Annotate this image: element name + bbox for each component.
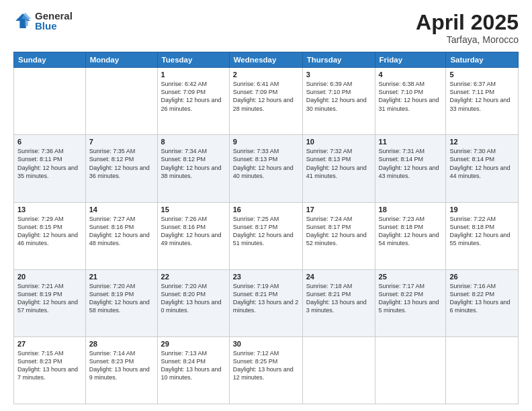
day-info: Sunrise: 7:29 AM Sunset: 8:15 PM Dayligh…	[17, 215, 82, 248]
calendar-cell-w4-d7: 26Sunrise: 7:16 AM Sunset: 8:22 PM Dayli…	[446, 269, 519, 336]
header-tuesday: Tuesday	[157, 52, 229, 68]
day-number: 21	[89, 273, 154, 281]
day-info: Sunrise: 7:21 AM Sunset: 8:19 PM Dayligh…	[17, 282, 82, 315]
day-info: Sunrise: 7:14 AM Sunset: 8:23 PM Dayligh…	[89, 349, 154, 382]
calendar-cell-w4-d2: 21Sunrise: 7:20 AM Sunset: 8:19 PM Dayli…	[85, 269, 157, 336]
day-number: 22	[161, 273, 226, 281]
calendar-cell-w5-d4: 30Sunrise: 7:12 AM Sunset: 8:25 PM Dayli…	[229, 336, 302, 404]
calendar-cell-w2-d2: 7Sunrise: 7:35 AM Sunset: 8:12 PM Daylig…	[85, 135, 157, 202]
day-info: Sunrise: 7:18 AM Sunset: 8:21 PM Dayligh…	[306, 282, 371, 315]
calendar-cell-w1-d6: 4Sunrise: 6:38 AM Sunset: 7:10 PM Daylig…	[375, 68, 446, 135]
calendar-cell-w3-d6: 18Sunrise: 7:23 AM Sunset: 8:18 PM Dayli…	[375, 202, 446, 269]
calendar-cell-w1-d5: 3Sunrise: 6:39 AM Sunset: 7:10 PM Daylig…	[302, 68, 375, 135]
calendar-location: Tarfaya, Morocco	[416, 34, 519, 45]
day-number: 6	[17, 138, 82, 146]
day-number: 30	[233, 340, 299, 348]
calendar-cell-w2-d3: 8Sunrise: 7:34 AM Sunset: 8:12 PM Daylig…	[157, 135, 229, 202]
calendar-cell-w1-d7: 5Sunrise: 6:37 AM Sunset: 7:11 PM Daylig…	[446, 68, 519, 135]
calendar-cell-w5-d6	[375, 336, 446, 404]
header-wednesday: Wednesday	[229, 52, 302, 68]
calendar-cell-w5-d2: 28Sunrise: 7:14 AM Sunset: 8:23 PM Dayli…	[85, 336, 157, 404]
day-info: Sunrise: 7:17 AM Sunset: 8:22 PM Dayligh…	[379, 282, 443, 315]
day-number: 2	[233, 71, 299, 79]
calendar-cell-w5-d1: 27Sunrise: 7:15 AM Sunset: 8:23 PM Dayli…	[14, 336, 86, 404]
day-number: 25	[379, 273, 443, 281]
day-number: 28	[89, 340, 154, 348]
calendar-cell-w5-d3: 29Sunrise: 7:13 AM Sunset: 8:24 PM Dayli…	[157, 336, 229, 404]
calendar-cell-w3-d3: 15Sunrise: 7:26 AM Sunset: 8:16 PM Dayli…	[157, 202, 229, 269]
calendar-table: Sunday Monday Tuesday Wednesday Thursday…	[13, 52, 519, 404]
day-number: 14	[89, 205, 154, 214]
title-block: April 2025 Tarfaya, Morocco	[416, 11, 519, 45]
day-number: 20	[17, 273, 82, 281]
calendar-cell-w3-d2: 14Sunrise: 7:27 AM Sunset: 8:16 PM Dayli…	[85, 202, 157, 269]
logo-text: General Blue	[35, 11, 73, 31]
day-number: 15	[161, 205, 226, 214]
calendar-cell-w2-d4: 9Sunrise: 7:33 AM Sunset: 8:13 PM Daylig…	[229, 135, 302, 202]
day-info: Sunrise: 7:35 AM Sunset: 8:12 PM Dayligh…	[89, 147, 154, 180]
calendar-cell-w1-d4: 2Sunrise: 6:41 AM Sunset: 7:09 PM Daylig…	[229, 68, 302, 135]
day-number: 5	[449, 71, 515, 79]
logo-icon	[13, 11, 32, 30]
calendar-week-1: 1Sunrise: 6:42 AM Sunset: 7:09 PM Daylig…	[14, 68, 519, 135]
day-number: 13	[17, 205, 82, 214]
calendar-week-4: 20Sunrise: 7:21 AM Sunset: 8:19 PM Dayli…	[14, 269, 519, 336]
day-info: Sunrise: 7:30 AM Sunset: 8:14 PM Dayligh…	[449, 147, 515, 180]
day-info: Sunrise: 7:31 AM Sunset: 8:14 PM Dayligh…	[379, 147, 443, 180]
day-number: 24	[306, 273, 371, 281]
day-info: Sunrise: 6:41 AM Sunset: 7:09 PM Dayligh…	[233, 80, 299, 113]
calendar-cell-w3-d4: 16Sunrise: 7:25 AM Sunset: 8:17 PM Dayli…	[229, 202, 302, 269]
day-info: Sunrise: 7:16 AM Sunset: 8:22 PM Dayligh…	[449, 282, 515, 315]
day-number: 29	[161, 340, 226, 348]
header-sunday: Sunday	[14, 52, 86, 68]
day-info: Sunrise: 7:19 AM Sunset: 8:21 PM Dayligh…	[233, 282, 299, 315]
calendar-cell-w1-d3: 1Sunrise: 6:42 AM Sunset: 7:09 PM Daylig…	[157, 68, 229, 135]
day-number: 19	[449, 205, 515, 214]
day-number: 23	[233, 273, 299, 281]
page: General Blue April 2025 Tarfaya, Morocco…	[0, 0, 532, 411]
calendar-cell-w1-d2	[85, 68, 157, 135]
day-info: Sunrise: 7:26 AM Sunset: 8:16 PM Dayligh…	[161, 215, 226, 248]
day-number: 12	[449, 138, 515, 146]
day-info: Sunrise: 7:34 AM Sunset: 8:12 PM Dayligh…	[161, 147, 226, 180]
day-info: Sunrise: 7:32 AM Sunset: 8:13 PM Dayligh…	[306, 147, 371, 180]
day-number: 27	[17, 340, 82, 348]
calendar-cell-w3-d5: 17Sunrise: 7:24 AM Sunset: 8:17 PM Dayli…	[302, 202, 375, 269]
calendar-cell-w3-d1: 13Sunrise: 7:29 AM Sunset: 8:15 PM Dayli…	[14, 202, 86, 269]
day-info: Sunrise: 7:23 AM Sunset: 8:18 PM Dayligh…	[379, 215, 443, 248]
day-number: 18	[379, 205, 443, 214]
day-info: Sunrise: 7:22 AM Sunset: 8:18 PM Dayligh…	[449, 215, 515, 248]
day-number: 9	[233, 138, 299, 146]
day-info: Sunrise: 6:37 AM Sunset: 7:11 PM Dayligh…	[449, 80, 515, 113]
day-info: Sunrise: 6:39 AM Sunset: 7:10 PM Dayligh…	[306, 80, 371, 113]
calendar-title: April 2025	[416, 11, 519, 34]
calendar-cell-w5-d5	[302, 336, 375, 404]
day-info: Sunrise: 7:12 AM Sunset: 8:25 PM Dayligh…	[233, 349, 299, 382]
day-number: 11	[379, 138, 443, 146]
day-info: Sunrise: 7:13 AM Sunset: 8:24 PM Dayligh…	[161, 349, 226, 382]
logo: General Blue	[13, 11, 73, 31]
day-number: 16	[233, 205, 299, 214]
day-number: 10	[306, 138, 371, 146]
calendar-cell-w2-d5: 10Sunrise: 7:32 AM Sunset: 8:13 PM Dayli…	[302, 135, 375, 202]
day-number: 7	[89, 138, 154, 146]
logo-blue-text: Blue	[35, 21, 73, 31]
calendar-cell-w4-d5: 24Sunrise: 7:18 AM Sunset: 8:21 PM Dayli…	[302, 269, 375, 336]
day-number: 8	[161, 138, 226, 146]
day-info: Sunrise: 7:36 AM Sunset: 8:11 PM Dayligh…	[17, 147, 82, 180]
calendar-week-3: 13Sunrise: 7:29 AM Sunset: 8:15 PM Dayli…	[14, 202, 519, 269]
calendar-header-row: Sunday Monday Tuesday Wednesday Thursday…	[14, 52, 519, 68]
calendar-cell-w2-d6: 11Sunrise: 7:31 AM Sunset: 8:14 PM Dayli…	[375, 135, 446, 202]
header-monday: Monday	[85, 52, 157, 68]
day-number: 1	[161, 71, 226, 79]
day-info: Sunrise: 6:38 AM Sunset: 7:10 PM Dayligh…	[379, 80, 443, 113]
day-info: Sunrise: 7:20 AM Sunset: 8:20 PM Dayligh…	[161, 282, 226, 315]
day-number: 4	[379, 71, 443, 79]
logo-general-text: General	[35, 11, 73, 21]
day-info: Sunrise: 7:33 AM Sunset: 8:13 PM Dayligh…	[233, 147, 299, 180]
calendar-cell-w1-d1	[14, 68, 86, 135]
day-info: Sunrise: 6:42 AM Sunset: 7:09 PM Dayligh…	[161, 80, 226, 113]
calendar-week-2: 6Sunrise: 7:36 AM Sunset: 8:11 PM Daylig…	[14, 135, 519, 202]
header: General Blue April 2025 Tarfaya, Morocco	[13, 11, 519, 45]
calendar-cell-w3-d7: 19Sunrise: 7:22 AM Sunset: 8:18 PM Dayli…	[446, 202, 519, 269]
